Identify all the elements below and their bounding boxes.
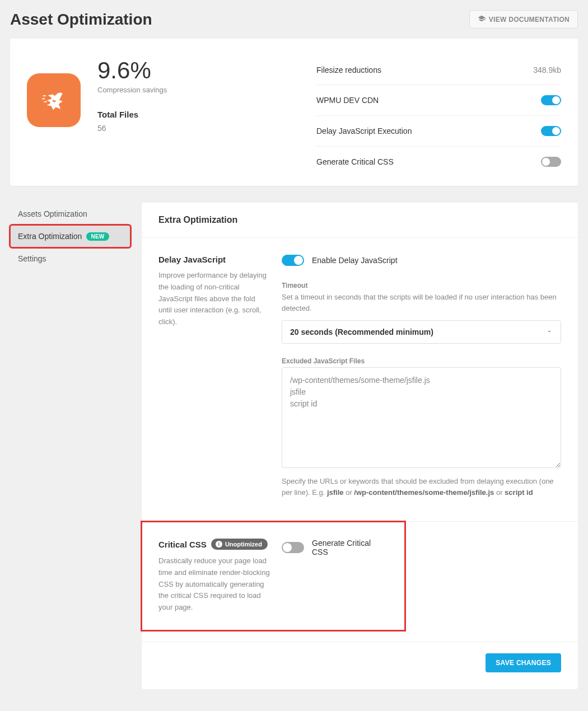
toggle-generate-critical-css-label: Generate Critical CSS [312, 539, 388, 556]
view-documentation-button[interactable]: VIEW DOCUMENTATION [469, 10, 578, 29]
critical-css-title: Critical CSS [158, 540, 207, 549]
graduation-cap-icon [478, 15, 486, 24]
stat-label: Generate Critical CSS [316, 157, 394, 166]
sidebar: Assets Optimization Extra Optimization N… [10, 203, 130, 689]
setting-critical-css: Critical CSS i Unoptimized Drastically r… [142, 522, 405, 630]
critical-css-desc: Drastically reduce your page load time a… [158, 555, 270, 614]
stat-label: Delay JavaScript Execution [316, 127, 412, 135]
excluded-files-textarea[interactable] [282, 367, 561, 468]
stat-row-filesize: Filesize reductions 348.9kb [316, 55, 561, 85]
page-title: Asset Optimization [10, 11, 152, 29]
timeout-select-value: 20 seconds (Recommended minimum) [290, 328, 433, 336]
unoptimized-badge: i Unoptimized [211, 539, 268, 550]
stat-row-cdn: WPMU DEV CDN [316, 85, 561, 116]
main-title: Extra Optimization [158, 215, 561, 225]
stat-label: WPMU DEV CDN [316, 96, 379, 105]
excluded-help: Specify the URLs or keywords that should… [282, 476, 561, 498]
summary-card: 9.6% Compression savings Total Files 56 … [10, 39, 578, 186]
stat-row-delay-js: Delay JavaScript Execution [316, 116, 561, 147]
info-icon: i [216, 541, 222, 548]
sidebar-item-extra-optimization[interactable]: Extra Optimization NEW [10, 225, 130, 247]
doc-button-label: VIEW DOCUMENTATION [489, 16, 570, 24]
toggle-cdn[interactable] [541, 95, 561, 105]
unoptimized-badge-label: Unoptimized [225, 541, 262, 548]
sidebar-item-assets-optimization[interactable]: Assets Optimization [10, 203, 130, 225]
save-changes-button[interactable]: SAVE CHANGES [486, 653, 561, 672]
toggle-enable-delay-js-label: Enable Delay JavaScript [312, 256, 398, 265]
stat-label: Filesize reductions [316, 66, 381, 74]
delay-js-title: Delay JavaScript [158, 255, 270, 264]
sidebar-item-label: Extra Optimization [18, 232, 82, 241]
excluded-label: Excluded JavaScript Files [282, 357, 561, 365]
total-files-label: Total Files [97, 110, 167, 119]
compression-percent: 9.6% [97, 59, 167, 82]
toggle-generate-critical-css[interactable] [282, 542, 304, 553]
timeout-help: Set a timeout in seconds that the script… [282, 292, 561, 314]
setting-delay-js: Delay JavaScript Improve performance by … [142, 238, 578, 522]
toggle-critical-css-summary[interactable] [541, 157, 561, 167]
toggle-enable-delay-js[interactable] [282, 255, 304, 266]
new-badge: NEW [86, 232, 109, 241]
stat-row-critical-css: Generate Critical CSS [316, 147, 561, 177]
delay-js-desc: Improve performance by delaying the load… [158, 270, 270, 328]
stat-value: 348.9kb [533, 66, 561, 74]
sidebar-item-settings[interactable]: Settings [10, 247, 130, 270]
main-panel: Extra Optimization Delay JavaScript Impr… [142, 203, 578, 689]
timeout-select[interactable]: 20 seconds (Recommended minimum) [282, 320, 561, 344]
timeout-label: Timeout [282, 282, 561, 289]
hummingbird-app-icon [27, 73, 81, 127]
toggle-delay-js-summary[interactable] [541, 126, 561, 136]
total-files-value: 56 [97, 124, 167, 133]
chevron-down-icon [546, 328, 553, 336]
compression-percent-label: Compression savings [97, 86, 167, 94]
sidebar-item-label: Settings [18, 254, 46, 263]
sidebar-item-label: Assets Optimization [18, 209, 87, 218]
